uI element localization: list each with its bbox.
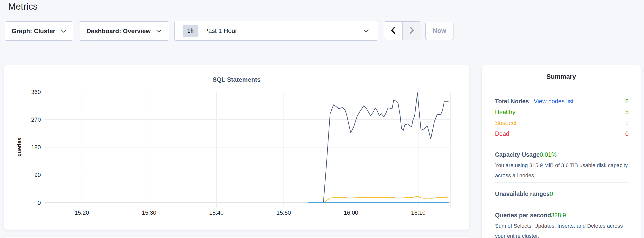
queries-per-second-description: Sum of Selects, Updates, Inserts, and De… [495,221,629,238]
capacity-usage-description: You are using 315.9 MiB of 3.6 TiB usabl… [495,160,629,181]
total-nodes-row: Total Nodes View nodes list 6 [495,96,629,107]
sql-statements-chart-plot[interactable]: 09018027036015:2015:3015:4015:5016:0016:… [4,65,469,229]
time-nav-group [384,21,421,40]
y-axis-title: queries [16,138,22,157]
dashboard-dropdown[interactable]: Dashboard: Overview [79,21,169,41]
chevron-right-icon [408,26,415,35]
queries-per-second-label: Queries per second [495,212,551,219]
x-tick-label: 15:50 [276,209,291,216]
y-tick-label: 270 [31,116,41,123]
graph-dropdown-label: Graph: Cluster [12,27,55,35]
capacity-usage-row: Capacity Usage 0.01% [495,150,629,159]
summary-panel: Summary Total Nodes View nodes list 6 He… [482,65,641,238]
unavailable-ranges-row: Unavailable ranges 0 [495,189,629,198]
dashboard-dropdown-label: Dashboard: Overview [86,27,150,35]
suspect-label: Suspect [495,120,516,127]
y-tick-label: 360 [31,89,41,95]
time-range-badge: 1h [182,25,198,37]
y-tick-label: 90 [34,172,41,178]
x-tick-label: 15:20 [74,209,89,216]
divider [495,204,629,204]
chevron-down-icon [61,29,66,33]
summary-title: Summary [482,73,641,80]
suspect-nodes-row: Suspect 1 [495,117,629,128]
suspect-value: 1 [625,120,629,127]
chevron-down-icon [363,29,369,33]
now-button[interactable]: Now [426,22,454,40]
page-title: Metrics [8,2,38,12]
x-tick-label: 15:30 [142,209,156,216]
chevron-left-icon [390,26,396,35]
queries-per-second-row: Queries per second 328.9 [495,211,629,219]
x-tick-label: 16:00 [344,209,358,216]
unavailable-ranges-label: Unavailable ranges [495,190,550,197]
sql-statements-chart-card: SQL Statements 09018027036015:2015:3015:… [4,65,469,229]
capacity-usage-value: 0.01% [540,151,557,158]
queries-per-second-value: 328.9 [551,212,566,219]
chevron-down-icon [156,29,162,33]
unavailable-ranges-value: 0 [550,190,553,197]
series-yellow [324,196,448,203]
series-navy [324,93,448,203]
total-nodes-label: Total Nodes [495,98,529,105]
time-next-button[interactable] [402,22,421,40]
healthy-label: Healthy [495,109,516,116]
graph-dropdown[interactable]: Graph: Cluster [5,21,73,41]
healthy-value: 5 [625,109,629,116]
y-tick-label: 0 [38,199,41,206]
x-tick-label: 16:10 [411,209,426,216]
time-range-label: Past 1 Hour [204,27,363,35]
time-range-picker[interactable]: 1h Past 1 Hour [174,21,378,41]
healthy-nodes-row: Healthy 5 [495,107,629,117]
y-tick-label: 180 [31,144,41,151]
divider [495,144,629,144]
dead-label: Dead [495,130,510,137]
view-nodes-list-link[interactable]: View nodes list [534,98,574,105]
time-prev-button[interactable] [384,22,402,40]
x-tick-label: 15:40 [209,209,224,216]
total-nodes-value: 6 [625,98,629,105]
capacity-usage-label: Capacity Usage [495,151,540,158]
dead-value: 0 [625,130,629,137]
divider [495,182,629,183]
dead-nodes-row: Dead 0 [495,128,629,139]
next-chart-card-partial [4,236,469,238]
